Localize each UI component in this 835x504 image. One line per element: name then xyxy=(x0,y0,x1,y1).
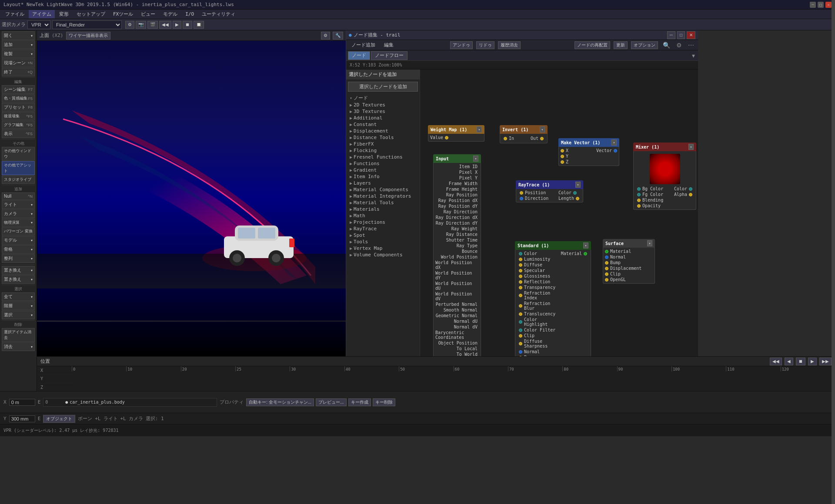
tab-nodeflow[interactable]: ノードフロー xyxy=(371,51,407,60)
node-cat-distance[interactable]: ▶Distance Tools xyxy=(348,134,418,141)
node-menu-edit[interactable]: 編集 xyxy=(381,41,396,49)
node-menu-add[interactable]: ノード追加 xyxy=(349,41,378,49)
redo-btn[interactable]: リドゥ xyxy=(476,41,494,49)
timeline-stop[interactable]: ⏹ xyxy=(796,358,805,365)
mixer-opacity-dot[interactable] xyxy=(637,204,641,208)
makevec-z-dot[interactable] xyxy=(561,160,564,164)
wireframe-toggle[interactable]: ワイヤー描画非表示 xyxy=(66,32,110,40)
node-cat-matint[interactable]: ▶Material Integrators xyxy=(348,193,418,199)
node-cat-2dtex[interactable]: ▶2D Textures xyxy=(348,102,418,108)
invert-node[interactable]: Invert (1) ▾ In Out xyxy=(500,125,548,143)
render-icon-btn[interactable]: 🎬 xyxy=(147,21,158,29)
raytrace-dir-dot[interactable] xyxy=(520,197,523,200)
mixer-combo[interactable]: ▾ xyxy=(688,144,694,150)
node-cat-spot[interactable]: ▶Spot xyxy=(348,232,418,239)
sidebar-align[interactable]: 整列▾ xyxy=(2,254,35,263)
node-cat-iteminfo[interactable]: ▶Item Info xyxy=(348,173,418,180)
raytrace-length-dot[interactable] xyxy=(576,197,579,200)
menu-file[interactable]: ファイル xyxy=(2,10,28,18)
node-cat-volume[interactable]: ▶Volume Components xyxy=(348,252,418,258)
invert-out-dot[interactable] xyxy=(540,137,544,140)
close-button[interactable]: ✕ xyxy=(825,2,832,8)
surface-combo[interactable]: ▾ xyxy=(647,240,652,246)
weightmap-value-dot[interactable] xyxy=(445,136,448,139)
raytrace-combo[interactable]: ▾ xyxy=(575,182,581,188)
node-cat-projections[interactable]: ▶Projections xyxy=(348,219,418,225)
add-selected-node-btn[interactable]: 選択したノードを追加 xyxy=(348,82,418,92)
invert-in-dot[interactable] xyxy=(504,137,507,140)
camera-icon-btn[interactable]: 📷 xyxy=(136,21,146,29)
update-btn[interactable]: 更新 xyxy=(614,41,628,49)
node-cat-mattools[interactable]: ▶Material Tools xyxy=(348,199,418,206)
weightmap-combo[interactable]: ▾ xyxy=(477,126,482,133)
mixer-alpha-out-dot[interactable] xyxy=(689,193,692,196)
input-combo[interactable]: ▾ xyxy=(473,156,478,162)
sidebar-other-windows[interactable]: その他ウィンドウ xyxy=(2,147,35,161)
sidebar-preset[interactable]: プリセットF8 xyxy=(2,103,35,112)
rearrange-btn[interactable]: ノードの再配置 xyxy=(574,41,610,49)
sidebar-open[interactable]: 開く▾ xyxy=(2,31,35,40)
sidebar-camera[interactable]: カメラ▾ xyxy=(2,209,35,218)
sidebar-physics[interactable]: 物理演算▾ xyxy=(2,219,35,227)
options-btn[interactable]: オプション xyxy=(631,41,658,49)
node-editor-minimize[interactable]: ─ xyxy=(667,31,675,39)
makevec-node[interactable]: Make Vector (1) ▾ X xyxy=(558,138,619,166)
raytrace-color-dot[interactable] xyxy=(573,191,577,195)
maximize-button[interactable]: □ xyxy=(818,2,824,8)
makevec-x-dot[interactable] xyxy=(561,149,564,153)
sidebar-other-assist[interactable]: その他でアシット xyxy=(2,161,35,175)
play-btn[interactable]: ▶ xyxy=(173,21,181,29)
node-cat-constant[interactable]: ▶Constant xyxy=(348,121,418,128)
stop-btn[interactable]: ⏹ xyxy=(183,21,192,29)
sidebar-delete-selected[interactable]: 選択アイテム消去 xyxy=(2,328,35,342)
object-select[interactable]: オブジェクト xyxy=(43,415,75,423)
mixer-node[interactable]: Mixer (1) ▾ Bg Color xyxy=(633,143,696,210)
more-btn[interactable]: ⋯ xyxy=(687,42,695,49)
surface-node[interactable]: Surface ▾ Material Normal Bump Displacem… xyxy=(603,239,655,284)
node-cat-materials[interactable]: ▶Materials xyxy=(348,206,418,212)
viewport-tools[interactable]: 🔧 xyxy=(333,32,343,40)
menu-io[interactable]: I/O xyxy=(182,10,197,18)
node-cat-fresnel[interactable]: ▶Fresnel Functions xyxy=(348,154,418,160)
sidebar-all[interactable]: 全て▾ xyxy=(2,292,35,301)
sidebar-model-add[interactable]: モデル▾ xyxy=(2,236,35,245)
standard-node[interactable]: Standard (1) ▾ Color Luminosity Diffuse xyxy=(515,241,591,356)
weightmap-node[interactable]: Weight Map (1) ▾ Value xyxy=(428,125,484,142)
settings2-btn[interactable]: ⚙ xyxy=(675,42,683,49)
auto-key-btn[interactable]: 自動キー: 全モーションチャン... xyxy=(246,398,314,406)
sidebar-delete[interactable]: 消去▾ xyxy=(2,342,35,351)
raytrace-node[interactable]: RayTrace (1) ▾ Position xyxy=(516,180,583,202)
viewport-settings[interactable]: ⚙ xyxy=(321,32,330,40)
node-cat-gradient[interactable]: ▶Gradient xyxy=(348,167,418,173)
sidebar-null[interactable]: Null^N xyxy=(2,192,35,200)
minimize-button[interactable]: ─ xyxy=(810,2,816,8)
node-cat-3dtex[interactable]: ▶3D Textures xyxy=(348,108,418,115)
x-input[interactable] xyxy=(9,399,35,406)
sidebar-add[interactable]: 追加▾ xyxy=(2,40,35,49)
node-canvas[interactable]: Weight Map (1) ▾ Value xyxy=(420,70,698,356)
std-mat-out-dot[interactable] xyxy=(584,252,587,255)
timeline-next[interactable]: ▶▶ xyxy=(819,358,832,365)
tab-collapse-btn[interactable]: ▾ xyxy=(691,52,696,59)
sidebar-quit[interactable]: 終了+Q xyxy=(2,68,35,76)
makevec-combo[interactable]: ▾ xyxy=(611,139,617,146)
y-input[interactable] xyxy=(9,415,35,422)
node-cat-layers[interactable]: ▶Layers xyxy=(348,180,418,186)
play-back-btn[interactable]: ◀◀ xyxy=(159,21,171,29)
sidebar-hierarchy[interactable]: 階層▾ xyxy=(2,302,35,310)
node-cat-displacement[interactable]: ▶Displacement xyxy=(348,128,418,134)
raytrace-pos-dot[interactable] xyxy=(520,191,523,195)
sidebar-display[interactable]: 表示^FS xyxy=(2,129,35,138)
node-cat-math[interactable]: ▶Math xyxy=(348,212,418,219)
menu-item[interactable]: アイテム xyxy=(29,10,55,18)
render-select[interactable]: Final_Render xyxy=(52,20,122,29)
node-cat-additional[interactable]: ▶Additional xyxy=(348,115,418,121)
timeline-step-prev[interactable]: ◀ xyxy=(785,358,793,365)
preview-btn[interactable]: プレビュー... xyxy=(316,398,346,406)
tab-node[interactable]: ノード xyxy=(348,51,370,60)
node-editor-maximize[interactable]: □ xyxy=(677,31,685,39)
sidebar-replace1[interactable]: 置き換え▾ xyxy=(2,266,35,275)
timeline-play[interactable]: ▶ xyxy=(808,358,817,365)
mixer-blend-dot[interactable] xyxy=(637,199,641,202)
sidebar-replace2[interactable]: 置き換え▾ xyxy=(2,275,35,284)
